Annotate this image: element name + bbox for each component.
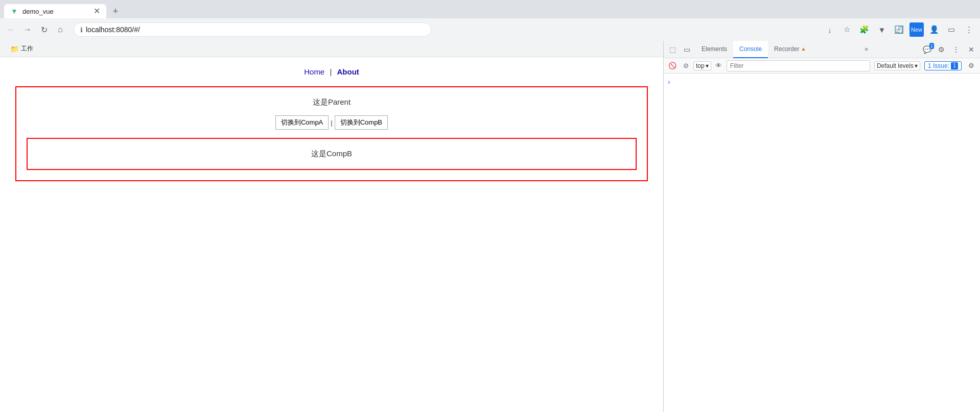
download-icon[interactable]: ↓: [823, 22, 837, 37]
nav-separator: |: [330, 67, 332, 76]
console-content: ›: [664, 74, 980, 412]
menu-icon[interactable]: ⋮: [962, 22, 976, 37]
default-levels-arrow-icon: ▾: [915, 62, 918, 69]
devtools-tab-more[interactable]: »: [858, 41, 874, 58]
devtools-more-options-icon[interactable]: ⋮: [949, 43, 963, 56]
switch-comp-b-button[interactable]: 切换到CompB: [335, 115, 388, 130]
url-text: localhost:8080/#/: [86, 26, 140, 34]
update-icon[interactable]: 🔄: [892, 22, 906, 37]
active-tab[interactable]: ▼ demo_vue ✕: [4, 4, 106, 18]
console-toolbar: 🚫 ⊘ top ▾ 👁 Default levels ▾ 1 Issue: 1: [664, 58, 980, 74]
comp-b-text: 这是CompB: [311, 149, 352, 158]
folder-icon: 📁: [10, 45, 19, 53]
extensions-manage-icon[interactable]: ▼: [875, 22, 889, 37]
browser-toolbar: ← → ↻ ⌂ ℹ localhost:8080/#/ ↓ ☆ 🧩 ▼ 🔄 Ne…: [0, 18, 980, 41]
tab-title: demo_vue: [22, 8, 89, 15]
devtools-close-button[interactable]: ✕: [965, 43, 978, 56]
context-label: top: [696, 62, 705, 69]
bookmark-label: 工作: [21, 44, 33, 53]
bookmark-star-icon[interactable]: ☆: [840, 22, 854, 37]
console-settings-icon[interactable]: ⚙: [966, 60, 977, 71]
default-levels-label: Default levels: [877, 62, 914, 69]
recorder-label: Recorder: [774, 45, 799, 53]
new-badge-icon[interactable]: New: [909, 22, 924, 37]
issues-badge[interactable]: 1 Issue: 1: [924, 61, 962, 70]
issues-count: 1: [953, 63, 956, 68]
lock-icon: ℹ: [80, 26, 83, 34]
parent-box: 这是Parent 切换到CompA | 切换到CompB 这是CompB: [15, 86, 648, 181]
devtools-settings-icon[interactable]: ⚙: [935, 43, 948, 56]
sidebar-icon[interactable]: ▭: [944, 22, 959, 37]
new-tab-button[interactable]: +: [108, 4, 123, 18]
refresh-button[interactable]: ↻: [37, 22, 51, 37]
context-dropdown[interactable]: top ▾: [693, 61, 711, 70]
devtools-panel: ⬚ ▭ Elements Console Recorder ▲ » 💬 1: [663, 41, 980, 412]
address-bar[interactable]: ℹ localhost:8080/#/: [74, 22, 431, 37]
recorder-warning-icon: ▲: [801, 46, 806, 52]
devtools-control-icons: ⬚ ▭: [666, 43, 693, 56]
devtools-tab-elements[interactable]: Elements: [695, 41, 733, 58]
clear-console-icon[interactable]: 🚫: [667, 60, 678, 71]
dropdown-arrow-icon: ▾: [706, 62, 709, 69]
message-badge: 1: [929, 43, 934, 50]
extension-icon[interactable]: 🧩: [857, 22, 872, 37]
webpage-area: 📁 工作 Home | About 这是Parent 切换到CompA | 切换…: [0, 41, 663, 412]
page-content: Home | About 这是Parent 切换到CompA | 切换到Comp…: [0, 57, 663, 191]
toolbar-right: ↓ ☆ 🧩 ▼ 🔄 New 👤 ▭ ⋮: [823, 22, 976, 37]
vue-logo-icon: ▼: [11, 7, 18, 15]
default-levels-dropdown[interactable]: Default levels ▾: [874, 61, 920, 70]
comp-b-box: 这是CompB: [27, 138, 637, 170]
home-button[interactable]: ⌂: [53, 22, 67, 37]
browser-body: 📁 工作 Home | About 这是Parent 切换到CompA | 切换…: [0, 41, 980, 412]
forward-button[interactable]: →: [20, 22, 35, 37]
devtools-tab-recorder[interactable]: Recorder ▲: [768, 41, 812, 58]
tab-bar: ▼ demo_vue ✕ +: [0, 0, 980, 18]
device-toggle-icon[interactable]: ▭: [680, 43, 693, 56]
btn-separator: |: [331, 119, 332, 127]
console-filter-input[interactable]: [727, 60, 870, 71]
bookmark-item-work[interactable]: 📁 工作: [6, 42, 37, 55]
bookmarks-bar: 📁 工作: [0, 41, 663, 57]
profile-icon[interactable]: 👤: [927, 22, 941, 37]
tab-close-button[interactable]: ✕: [94, 7, 100, 15]
eye-icon[interactable]: 👁: [713, 60, 725, 71]
back-button[interactable]: ←: [4, 22, 18, 37]
home-link[interactable]: Home: [304, 67, 324, 76]
switch-comp-a-button[interactable]: 切换到CompA: [275, 115, 329, 130]
inspect-element-icon[interactable]: ⬚: [666, 43, 679, 56]
nav-links: Home | About: [10, 67, 653, 76]
issues-label: 1 Issue:: [928, 62, 949, 69]
devtools-tab-console[interactable]: Console: [733, 41, 768, 58]
console-prompt-arrow[interactable]: ›: [668, 78, 976, 86]
issues-count-icon: 1: [951, 62, 958, 69]
console-messages-icon[interactable]: 💬 1: [921, 43, 934, 56]
tab-favicon: ▼: [10, 7, 18, 15]
console-filter-icon[interactable]: ⊘: [680, 60, 691, 71]
parent-title: 这是Parent: [27, 98, 637, 107]
button-row: 切换到CompA | 切换到CompB: [27, 115, 637, 130]
about-link[interactable]: About: [337, 67, 359, 76]
devtools-tabs: ⬚ ▭ Elements Console Recorder ▲ » 💬 1: [664, 41, 980, 58]
